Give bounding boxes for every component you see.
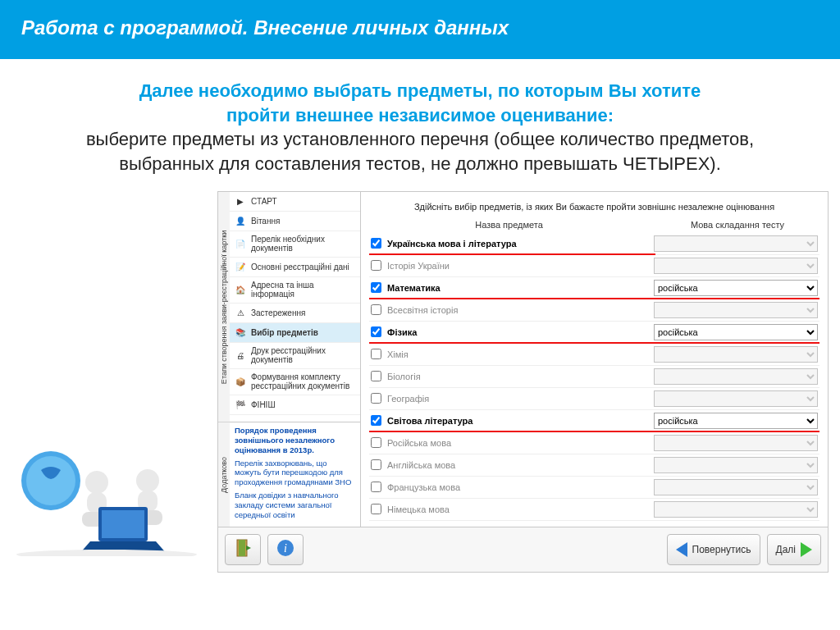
- sidebar-step-item[interactable]: 📚Вибір предметів: [230, 323, 360, 343]
- lang-select: [654, 346, 818, 363]
- col-lang-header: Мова складання тесту: [655, 220, 819, 230]
- subject-checkbox[interactable]: [371, 371, 381, 381]
- info-button[interactable]: i: [267, 534, 304, 565]
- subject-name: Німецька мова: [387, 504, 649, 514]
- step-label: Формування комплекту реєстраційних докум…: [251, 372, 355, 391]
- nav-bar: i Повернутись Далі: [218, 527, 828, 572]
- arrow-right-icon: [801, 542, 812, 557]
- step-label: Адресна та інша інформація: [251, 281, 355, 299]
- arrow-left-icon: [676, 542, 687, 557]
- exit-button[interactable]: [225, 534, 261, 565]
- subject-row: Російська мова: [369, 432, 819, 454]
- subject-checkbox[interactable]: [371, 238, 381, 249]
- step-icon: 📚: [235, 326, 246, 338]
- sidebar-section-steps-label: Етапи створення заяви-реєстраційної карт…: [218, 192, 230, 422]
- next-button[interactable]: Далі: [767, 534, 821, 565]
- step-icon: 📝: [235, 261, 246, 272]
- step-label: Друк реєстраційних документів: [251, 346, 355, 365]
- step-icon: ⚠: [235, 307, 246, 318]
- subject-row: Біологія: [369, 366, 819, 388]
- step-icon: 📦: [235, 376, 246, 387]
- subject-name: Англійська мова: [387, 460, 649, 470]
- subject-name: Українська мова і література: [387, 239, 649, 249]
- subject-checkbox[interactable]: [371, 304, 381, 315]
- sidebar-step-item[interactable]: 👤Вітання: [230, 212, 360, 231]
- sidebar: Етапи створення заяви-реєстраційної карт…: [218, 192, 361, 527]
- info-icon: i: [276, 539, 294, 559]
- next-button-label: Далі: [776, 544, 796, 555]
- step-icon: 🏁: [235, 399, 246, 410]
- door-icon: [235, 539, 251, 559]
- lang-select: [654, 390, 818, 407]
- step-label: Застереження: [251, 308, 305, 318]
- subject-checkbox[interactable]: [371, 437, 381, 448]
- sidebar-extra-link[interactable]: Бланк довідки з навчального закладу сист…: [235, 491, 355, 520]
- sidebar-step-item[interactable]: ▶СТАРТ: [230, 192, 360, 212]
- subject-checkbox[interactable]: [371, 459, 381, 470]
- step-label: Вибір предметів: [251, 328, 318, 338]
- sidebar-step-item[interactable]: 📦Формування комплекту реєстраційних доку…: [230, 369, 360, 395]
- subject-name: Російська мова: [387, 438, 649, 448]
- subject-row: Історія України: [369, 255, 819, 277]
- lang-select: [654, 302, 818, 318]
- subject-name: Всесвітня історія: [387, 305, 649, 315]
- instruction-line: выбранных для составления тестов, не дол…: [25, 152, 815, 176]
- subject-row: Німецька мова: [369, 499, 819, 521]
- lang-select: [654, 258, 818, 274]
- instruction-line: Далее необходимо выбрать предметы, по ко…: [25, 79, 815, 103]
- lang-select: [654, 479, 818, 495]
- step-icon: 📄: [235, 238, 246, 249]
- subject-name: Біологія: [387, 372, 649, 381]
- lang-select: [654, 235, 818, 252]
- svg-rect-13: [239, 540, 245, 556]
- subject-checkbox[interactable]: [371, 415, 381, 426]
- svg-marker-14: [246, 546, 251, 550]
- table-header: Назва предмета Мова складання тесту: [369, 220, 819, 230]
- step-label: Основні реєстраційні дані: [251, 262, 349, 272]
- sidebar-extra-link[interactable]: Порядок проведення зовнішнього незалежно…: [235, 426, 355, 455]
- back-button[interactable]: Повернутись: [667, 534, 760, 565]
- subject-row: Хімія: [369, 344, 819, 366]
- subject-name: Хімія: [387, 349, 649, 359]
- lang-select[interactable]: російська: [654, 324, 818, 340]
- subject-checkbox[interactable]: [371, 393, 381, 404]
- subject-checkbox[interactable]: [371, 326, 381, 337]
- lang-select: [654, 368, 818, 385]
- sidebar-step-item[interactable]: 🏠Адресна та інша інформація: [230, 277, 360, 304]
- subject-checkbox[interactable]: [371, 349, 381, 359]
- instruction-line: выберите предметы из установленного пере…: [25, 127, 815, 152]
- sidebar-step-item[interactable]: ⚠Застереження: [230, 304, 360, 323]
- slide-header: Работа с программой. Внесение личных дан…: [0, 0, 840, 59]
- col-subject-header: Назва предмета: [369, 220, 655, 230]
- lang-select[interactable]: російська: [654, 280, 818, 296]
- app-window: Етапи створення заяви-реєстраційної карт…: [217, 191, 829, 573]
- subject-row: Англійська мова: [369, 454, 819, 477]
- step-icon: ▶: [235, 195, 246, 207]
- sidebar-step-item[interactable]: 📄Перелік необхідних документів: [230, 231, 360, 258]
- subject-name: Світова література: [387, 416, 649, 426]
- sidebar-step-item[interactable]: 🏁ФІНІШ: [230, 395, 360, 415]
- sidebar-step-item[interactable]: 🖨Друк реєстраційних документів: [230, 343, 360, 369]
- content-title: Здійсніть вибір предметів, із яких Ви ба…: [369, 197, 819, 220]
- subject-name: Французька мова: [387, 482, 649, 492]
- subject-list: Українська мова і літератураІсторія Укра…: [369, 233, 819, 522]
- sidebar-extra-link[interactable]: Перелік захворювань, що можуть бути пере…: [235, 459, 355, 488]
- sidebar-section-extra-label: Додатково: [218, 422, 230, 527]
- step-label: ФІНІШ: [251, 400, 276, 410]
- lang-select[interactable]: російська: [654, 413, 818, 429]
- subject-row: Світова літератураросійська: [369, 410, 819, 432]
- subject-checkbox[interactable]: [371, 504, 381, 514]
- sidebar-step-item[interactable]: 📝Основні реєстраційні дані: [230, 258, 360, 277]
- decor-illustration: [8, 376, 217, 556]
- subject-row: Географія: [369, 388, 819, 410]
- step-label: СТАРТ: [251, 197, 277, 207]
- subject-checkbox[interactable]: [371, 282, 381, 293]
- instructions-block: Далее необходимо выбрать предметы, по ко…: [0, 79, 840, 191]
- lang-select: [654, 501, 818, 518]
- subject-checkbox[interactable]: [371, 260, 381, 271]
- step-label: Перелік необхідних документів: [251, 235, 355, 253]
- svg-point-1: [26, 456, 75, 505]
- lang-select: [654, 457, 818, 473]
- subject-name: Історія України: [387, 261, 649, 271]
- subject-checkbox[interactable]: [371, 482, 381, 492]
